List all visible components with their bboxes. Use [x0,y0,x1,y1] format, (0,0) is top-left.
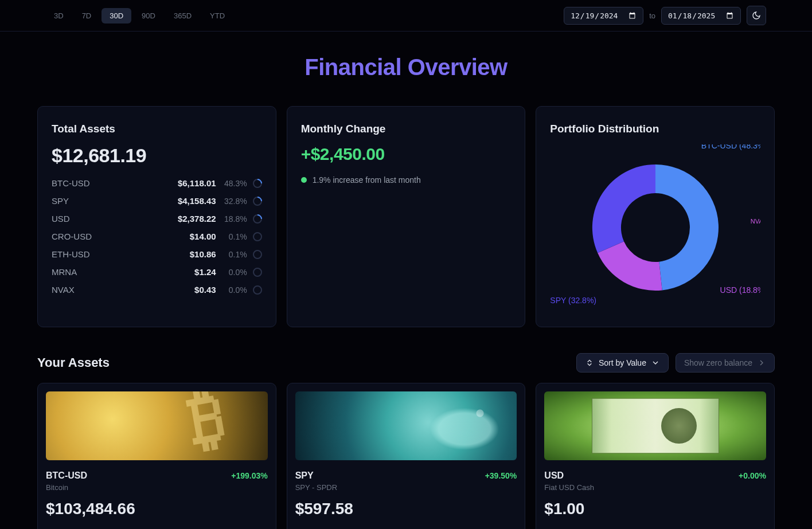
asset-ring-icon [253,232,262,241]
asset-symbol: ETH-USD [52,249,184,259]
asset-card-change: +199.03% [231,471,267,480]
asset-breakdown-row: NVAX$0.430.0% [52,285,262,295]
asset-value: $1.24 [194,267,216,277]
range-tab-90d[interactable]: 90D [134,8,163,23]
asset-card-header: BTC-USD+199.03% [46,471,268,481]
asset-ring-icon [253,179,262,188]
donut-slice-spy[interactable] [592,164,655,253]
asset-percent: 18.8% [222,214,247,224]
sort-button[interactable]: Sort by Value [576,353,669,373]
donut-svg [590,162,721,293]
asset-symbol: NVAX [52,285,189,295]
asset-value: $10.86 [190,249,216,259]
asset-breakdown-row: USD$2,378.2218.8% [52,214,262,224]
range-tab-365d[interactable]: 365D [166,8,200,23]
monthly-change-title: Monthly Change [301,123,512,135]
theme-toggle-button[interactable] [747,6,766,25]
asset-card-price: $597.58 [295,500,517,518]
donut-slice-usd[interactable] [598,241,662,291]
show-zero-label: Show zero balance [684,358,752,367]
status-dot-icon [301,177,307,183]
total-assets-card: Total Assets $12,681.19 BTC-USD$6,118.01… [37,106,276,327]
asset-card-name: Bitcoin [46,483,268,492]
asset-value: $6,118.01 [178,178,216,188]
date-from-input[interactable] [564,7,643,25]
asset-symbol: MRNA [52,267,189,277]
total-assets-value: $12,681.19 [52,144,262,167]
asset-symbol: BTC-USD [52,178,172,188]
monthly-change-sub: 1.9% increase from last month [301,175,512,185]
asset-percent: 32.8% [222,197,247,206]
donut-label-tiny: NVAX [751,218,760,225]
topbar: 3D7D30D90D365DYTD to [0,0,812,32]
donut-label-btc: BTC-USD (48.3%) [701,144,760,150]
asset-breakdown-row: BTC-USD$6,118.0148.3% [52,178,262,188]
asset-card-header: USD+0.00% [544,471,766,481]
your-assets-title: Your Assets [37,355,110,370]
main-content: Financial Overview Total Assets $12,681.… [0,32,812,529]
asset-card-spy[interactable]: SPY+39.50%SPY - SPDR$597.58Holdings6.958… [287,383,526,529]
page-title: Financial Overview [37,54,775,80]
asset-breakdown-row: CRO-USD$14.000.1% [52,232,262,241]
asset-value: $2,378.22 [178,214,216,224]
asset-symbol: SPY [52,196,172,206]
range-tab-7d[interactable]: 7D [74,8,100,23]
donut-label-spy: SPY (32.8%) [550,296,596,305]
asset-percent: 0.0% [222,285,247,295]
asset-ring-icon [253,268,262,277]
donut-chart: BTC-USD (48.3%) USD (18.8%) SPY (32.8%) … [550,144,760,311]
chevron-down-icon [651,358,660,367]
asset-card-name: SPY - SPDR [295,483,517,492]
date-separator: to [649,11,655,20]
asset-card-usd[interactable]: USD+0.00%Fiat USD Cash$1.00Holdings2378.… [536,383,775,529]
asset-card-symbol: USD [544,471,564,481]
distribution-title: Portfolio Distribution [550,123,760,135]
asset-image [46,391,268,460]
monthly-change-subtext: 1.9% increase from last month [313,175,421,185]
asset-value: $0.43 [194,285,216,295]
asset-breakdown-row: ETH-USD$10.860.1% [52,249,262,259]
monthly-change-card: Monthly Change +$2,450.00 1.9% increase … [287,106,526,327]
asset-card-symbol: BTC-USD [46,471,87,481]
asset-card-change: +39.50% [485,471,517,480]
asset-value: $14.00 [190,232,216,241]
show-zero-balance-button[interactable]: Show zero balance [676,353,775,373]
asset-breakdown-row: SPY$4,158.4332.8% [52,196,262,206]
assets-controls: Sort by Value Show zero balance [576,353,775,373]
asset-ring-icon [253,285,262,295]
asset-percent: 0.0% [222,268,247,277]
asset-breakdown-list: BTC-USD$6,118.0148.3%SPY$4,158.4332.8%US… [52,178,262,295]
range-tabs: 3D7D30D90D365DYTD [46,8,233,23]
date-controls: to [564,6,766,25]
range-tab-ytd[interactable]: YTD [202,8,233,23]
asset-cards-grid: BTC-USD+199.03%Bitcoin$103,484.66Holding… [37,383,775,529]
asset-card-btc-usd[interactable]: BTC-USD+199.03%Bitcoin$103,484.66Holding… [37,383,276,529]
donut-label-usd: USD (18.8%) [720,285,760,295]
asset-image [295,391,517,460]
range-tab-30d[interactable]: 30D [102,8,131,23]
asset-ring-icon [253,250,262,259]
asset-percent: 0.1% [222,232,247,241]
asset-percent: 0.1% [222,250,247,259]
sort-icon [585,358,594,367]
asset-breakdown-row: MRNA$1.240.0% [52,267,262,277]
date-to-input[interactable] [661,7,741,25]
asset-image [544,391,766,460]
asset-symbol: CRO-USD [52,232,184,241]
asset-ring-icon [253,214,262,224]
sort-label: Sort by Value [599,358,646,367]
donut-slice-btc[interactable] [655,164,719,290]
distribution-card: Portfolio Distribution BTC-USD (48.3%) U… [536,106,775,327]
overview-grid: Total Assets $12,681.19 BTC-USD$6,118.01… [37,106,775,327]
range-tab-3d[interactable]: 3D [46,8,72,23]
asset-symbol: USD [52,214,172,224]
total-assets-title: Total Assets [52,123,262,135]
monthly-change-value: +$2,450.00 [301,144,512,164]
asset-value: $4,158.43 [178,196,216,206]
assets-header: Your Assets Sort by Value Show zero bala… [37,353,775,373]
asset-card-header: SPY+39.50% [295,471,517,481]
asset-card-change: +0.00% [739,471,766,480]
moon-icon [752,11,761,20]
asset-card-name: Fiat USD Cash [544,483,766,492]
asset-card-symbol: SPY [295,471,314,481]
